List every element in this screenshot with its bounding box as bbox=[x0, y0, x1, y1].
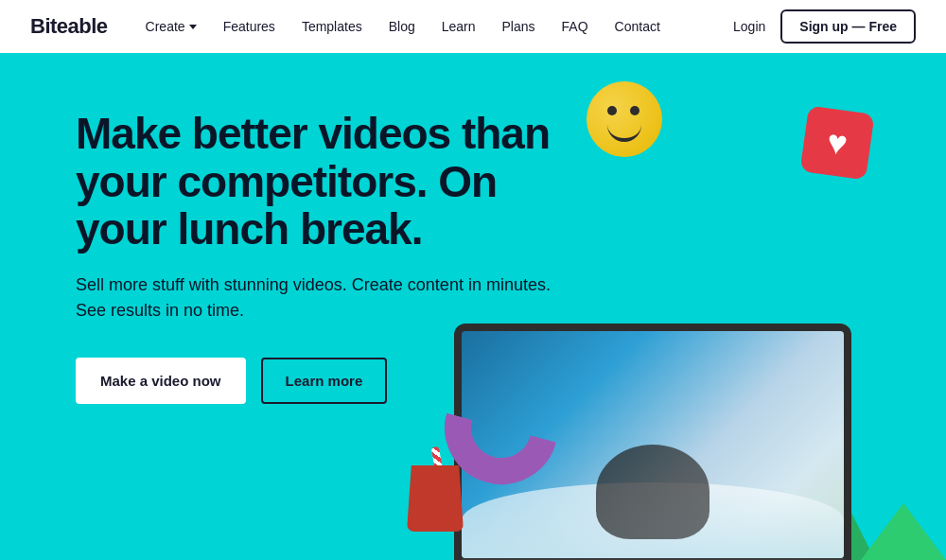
navbar: Biteable Create Features Templates Blog … bbox=[0, 0, 946, 53]
red-cup-decoration bbox=[407, 465, 464, 541]
signup-button[interactable]: Sign up — Free bbox=[780, 9, 916, 44]
nav-learn[interactable]: Learn bbox=[442, 19, 476, 34]
hero-content: Make better videos than your competitors… bbox=[76, 110, 568, 404]
nav-create[interactable]: Create bbox=[146, 19, 197, 34]
hero-buttons: Make a video now Learn more bbox=[76, 358, 568, 404]
nav-blog[interactable]: Blog bbox=[389, 19, 415, 34]
nav-contact[interactable]: Contact bbox=[615, 19, 660, 34]
hero-title: Make better videos than your competitors… bbox=[76, 110, 568, 254]
cup-body-decoration bbox=[407, 465, 464, 532]
nav-features[interactable]: Features bbox=[223, 19, 275, 34]
chevron-down-icon bbox=[189, 25, 197, 29]
heart-icon: ♥ bbox=[825, 125, 850, 162]
surfer-decoration bbox=[596, 445, 710, 539]
make-video-button[interactable]: Make a video now bbox=[76, 358, 246, 404]
nav-links: Create Features Templates Blog Learn Pla… bbox=[146, 19, 733, 34]
navbar-actions: Login Sign up — Free bbox=[733, 9, 916, 44]
nav-templates[interactable]: Templates bbox=[302, 19, 362, 34]
nav-faq[interactable]: FAQ bbox=[562, 19, 588, 34]
login-button[interactable]: Login bbox=[733, 19, 765, 34]
smiley-ball-decoration bbox=[587, 81, 662, 157]
learn-more-button[interactable]: Learn more bbox=[261, 358, 388, 404]
hero-subtitle: Sell more stuff with stunning videos. Cr… bbox=[76, 272, 568, 324]
nav-plans[interactable]: Plans bbox=[502, 19, 535, 34]
hero-section: Make better videos than your competitors… bbox=[0, 53, 946, 560]
heart-badge-decoration: ♥ bbox=[799, 105, 874, 180]
brand-logo[interactable]: Biteable bbox=[30, 14, 108, 39]
